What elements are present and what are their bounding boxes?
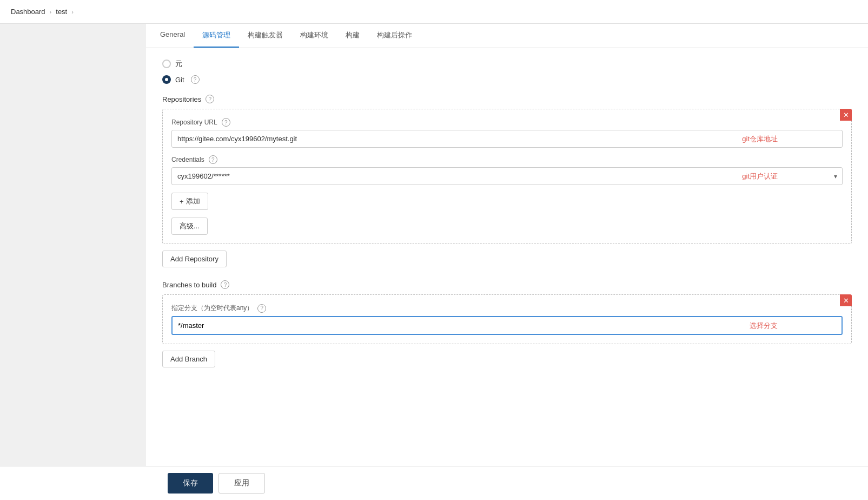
tab-build[interactable]: 构建	[337, 24, 368, 48]
apply-button[interactable]: 应用	[218, 473, 265, 494]
repository-close-button[interactable]: ✕	[840, 109, 852, 121]
git-help-icon[interactable]: ?	[191, 75, 200, 84]
breadcrumb: Dashboard › test ›	[0, 0, 868, 24]
add-branch-button[interactable]: Add Branch	[162, 351, 215, 367]
radio-group: 元 Git ?	[162, 59, 852, 84]
add-repository-button[interactable]: Add Repository	[162, 251, 227, 267]
radio-none-label: 元	[175, 59, 182, 69]
tab-build-triggers[interactable]: 构建触发器	[239, 24, 291, 48]
save-button[interactable]: 保存	[168, 473, 213, 494]
repositories-help-icon[interactable]: ?	[206, 95, 214, 103]
radio-none-circle	[162, 60, 171, 68]
branch-input[interactable]	[171, 316, 843, 335]
sidebar	[0, 24, 146, 499]
tab-post-build[interactable]: 构建后操作	[368, 24, 421, 48]
add-label: 添加	[186, 196, 200, 206]
credentials-help-icon[interactable]: ?	[209, 155, 217, 164]
content-body: 元 Git ? Repositories ? ✕ Repository URL	[146, 48, 868, 409]
radio-git[interactable]: Git ?	[162, 75, 852, 84]
add-icon: +	[180, 198, 184, 206]
repository-box: ✕ Repository URL ? git仓库地址 Credentials ?	[162, 109, 852, 244]
add-button[interactable]: + 添加	[171, 193, 208, 210]
repo-url-label: Repository URL ?	[171, 118, 843, 127]
breadcrumb-dashboard[interactable]: Dashboard	[11, 8, 45, 16]
advanced-button[interactable]: 高级...	[171, 218, 208, 235]
radio-none[interactable]: 元	[162, 59, 852, 69]
repo-url-input[interactable]	[171, 130, 843, 148]
tabs-bar: General 源码管理 构建触发器 构建环境 构建 构建后操作	[146, 24, 868, 48]
branch-box: ✕ 指定分支（为空时代表any） ? 选择分支	[162, 294, 852, 344]
credentials-wrapper: cyx199602/****** ▾ git用户认证	[171, 167, 843, 185]
tab-build-env[interactable]: 构建环境	[291, 24, 337, 48]
branch-close-button[interactable]: ✕	[840, 294, 852, 306]
tab-source-management[interactable]: 源码管理	[194, 24, 239, 48]
bottom-bar: 保存 应用	[0, 466, 868, 499]
breadcrumb-sep-1: ›	[50, 9, 52, 15]
branches-section: Branches to build ? ✕ 指定分支（为空时代表any） ? 选…	[162, 280, 852, 376]
branches-help-icon[interactable]: ?	[221, 280, 229, 289]
content-area: General 源码管理 构建触发器 构建环境 构建 构建后操作 元 Git ?	[146, 24, 868, 499]
branch-field-label: 指定分支（为空时代表any） ?	[171, 304, 843, 313]
branches-label: Branches to build ?	[162, 280, 852, 289]
main-container: General 源码管理 构建触发器 构建环境 构建 构建后操作 元 Git ?	[0, 24, 868, 499]
branch-input-wrapper: 选择分支	[171, 316, 843, 335]
branch-help-icon[interactable]: ?	[257, 304, 266, 313]
tab-general[interactable]: General	[151, 24, 194, 48]
breadcrumb-test[interactable]: test	[56, 8, 67, 16]
radio-git-circle	[162, 75, 171, 84]
repo-url-help-icon[interactable]: ?	[222, 118, 230, 127]
credentials-select[interactable]: cyx199602/******	[171, 167, 843, 185]
radio-git-label: Git	[175, 76, 184, 84]
repo-url-wrapper: git仓库地址	[171, 130, 843, 148]
repositories-label: Repositories ?	[162, 95, 852, 103]
breadcrumb-sep-2: ›	[71, 9, 74, 15]
credentials-label: Credentials ?	[171, 155, 843, 164]
